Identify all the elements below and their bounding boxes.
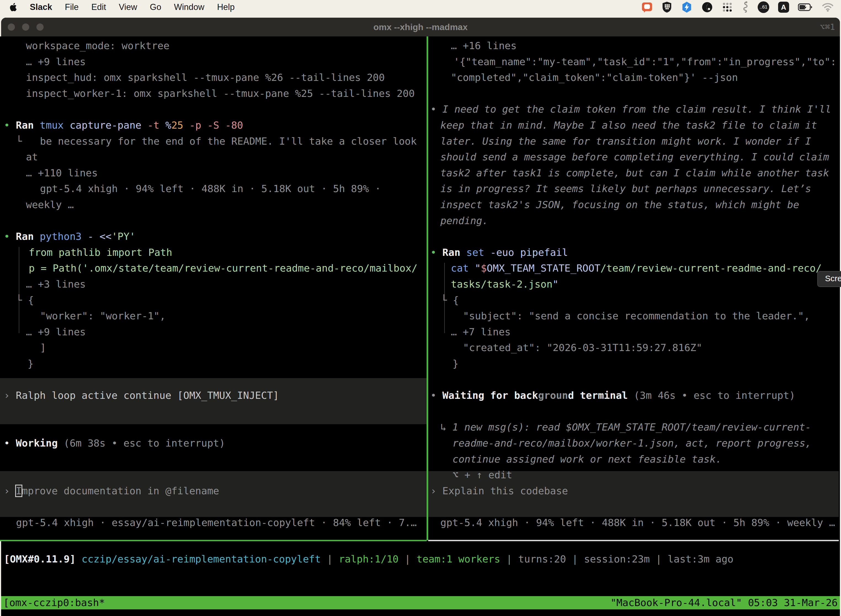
omx-status-segment: | xyxy=(399,553,417,565)
pane-border-bottom-right xyxy=(428,540,839,541)
terminal-row: pending. xyxy=(440,214,488,227)
terminal-row: … +3 lines xyxy=(26,278,86,291)
wifi-icon[interactable] xyxy=(822,2,834,12)
countdown-badge-icon[interactable]: ..61 xyxy=(757,1,769,13)
terminal-row: ↳ 1 new msg(s): read $OMX_TEAM_STATE_ROO… xyxy=(440,421,811,434)
ralph-loop-status: › Ralph loop active continue [OMX_TMUX_I… xyxy=(4,389,279,402)
terminal-row: readme-and-reco/mailbox/worker-1.json, a… xyxy=(453,437,811,450)
terminal-row: inspect task2's JSON, focusing on the st… xyxy=(440,198,799,211)
terminal-row: at xyxy=(26,150,38,164)
window-title: omx --xhigh --madmax xyxy=(1,18,840,37)
text-cursor: I xyxy=(16,485,22,497)
waiting-status: • Waiting for background terminal (3m 46… xyxy=(431,389,795,402)
menu-item-window[interactable]: Window xyxy=(174,2,204,12)
apple-menu-icon[interactable] xyxy=(9,3,17,12)
pane-border-bottom-left xyxy=(0,540,426,541)
terminal-row: • Ran tmux capture-pane -t %25 -p -S -80 xyxy=(4,119,243,132)
omx-status-segment: ralph:1/10 xyxy=(339,553,399,565)
terminal-row: from pathlib import Path xyxy=(29,246,172,259)
working-status: • Working (6m 38s • esc to interrupt) xyxy=(4,437,225,450)
terminal-row: └ be necessary for the end of the README… xyxy=(16,135,417,148)
terminal-row: '{"team_name":"my-team","task_id":"1","f… xyxy=(454,55,836,69)
terminal-row: continue assigned work or next feasible … xyxy=(453,453,722,466)
window-shortcut-badge: ⌥⌘1 xyxy=(820,18,835,37)
omx-status-segment: team:1 workers xyxy=(417,553,500,565)
squiggle-icon[interactable] xyxy=(742,1,749,13)
terminal-row: ] xyxy=(40,341,46,354)
crescent-app-icon[interactable] xyxy=(701,1,713,13)
window-title-bar[interactable]: omx --xhigh --madmax ⌥⌘1 xyxy=(1,18,840,37)
menu-item-file[interactable]: File xyxy=(65,2,79,12)
terminal-row: • Ran python3 - <<'PY' xyxy=(4,230,135,243)
indent-guide xyxy=(19,247,19,333)
screen: Slack File Edit View Go Window Help xyxy=(0,0,841,616)
tooltip: Scre xyxy=(817,271,841,287)
terminal-row: } xyxy=(453,357,459,370)
omx-status-segment: | turns:20 | session:23m | last:3m ago xyxy=(500,553,733,565)
menu-item-edit[interactable]: Edit xyxy=(91,2,106,12)
terminal-row: later. Using the same for transition mig… xyxy=(440,135,811,148)
terminal-row: should send a message before completing … xyxy=(440,150,829,164)
terminal-row: "created_at": "2026-03-31T11:59:27.816Z" xyxy=(463,341,702,354)
omx-status-segment: cczip/essay/ai-reimplementation-copyleft xyxy=(82,553,321,565)
terminal-row: gpt-5.4 xhigh · 94% left · 488K in · 5.1… xyxy=(440,516,835,529)
terminal-row: keep that in mind. Maybe I also need the… xyxy=(440,119,817,132)
input-source-icon[interactable]: A xyxy=(778,1,789,13)
terminal-row: ⌥ + ↑ edit xyxy=(453,468,512,482)
terminal-row: weekly … xyxy=(26,198,74,211)
tmux-pane-right: … +16 lines'{"team_name":"my-team","task… xyxy=(428,37,839,540)
terminal-row: … +110 lines xyxy=(26,166,98,180)
terminal-row: … +7 lines xyxy=(451,326,511,339)
terminal-row: inspect_worker-1: omx sparkshell --tmux-… xyxy=(26,87,415,100)
terminal-row: gpt-5.4 xhigh · 94% left · 488K in · 5.1… xyxy=(40,182,381,195)
screen-recording-icon[interactable] xyxy=(641,1,653,13)
terminal-row: "subject": "send a concise recommendatio… xyxy=(463,309,810,323)
tmux-status-bar: [omx-cczip0:bash* "MacBook-Pro-44.local"… xyxy=(1,596,840,609)
terminal-row: • I need to get the claim token from the… xyxy=(431,103,831,116)
menu-item-view[interactable]: View xyxy=(119,2,137,12)
terminal-row: } xyxy=(28,357,34,370)
terminal-row: cat "$OMX_TEAM_STATE_ROOT/team/review-cu… xyxy=(451,262,822,275)
terminal-row: task2 after task1 is complete, but can I… xyxy=(440,166,829,180)
terminal-row: gpt-5.4 xhigh · essay/ai-reimplementatio… xyxy=(16,516,417,529)
active-app-name[interactable]: Slack xyxy=(30,2,52,12)
terminal-row: "completed","claim_token":"claim-token"}… xyxy=(451,71,738,84)
pane-divider[interactable] xyxy=(426,37,428,540)
terminal-row: … +9 lines xyxy=(26,55,86,69)
battery-icon[interactable] xyxy=(798,2,813,12)
menu-item-go[interactable]: Go xyxy=(150,2,161,12)
terminal-row: … +9 lines xyxy=(26,326,86,339)
prompt-input-right[interactable]: › Explain this codebase xyxy=(431,484,568,497)
tmux-pane-left: workspace_mode: worktree… +9 linesinspec… xyxy=(0,37,426,540)
omx-status-segment: | xyxy=(321,553,339,565)
tmux-host-clock: "MacBook-Pro-44.local" 05:03 31-Mar-26 xyxy=(610,596,840,609)
menu-bar: Slack File Edit View Go Window Help xyxy=(0,0,841,14)
terminal-row: workspace_mode: worktree xyxy=(26,39,169,53)
terminal-row: └ { xyxy=(441,294,459,307)
terminal-row: inspect_hud: omx sparkshell --tmux-pane … xyxy=(26,71,385,84)
omx-status-line: [OMX#0.11.9] cczip/essay/ai-reimplementa… xyxy=(4,553,733,566)
terminal-row: is in progress? It seems likely but perh… xyxy=(440,182,811,195)
terminal-row: └ { xyxy=(16,294,34,307)
terminal-row: "worker": "worker-1", xyxy=(40,309,166,323)
omx-status-segment: [OMX#0.11.9] xyxy=(4,553,82,565)
terminal-row: • Ran set -euo pipefail xyxy=(431,246,568,259)
shield-grid-icon[interactable] xyxy=(662,1,672,13)
menu-item-help[interactable]: Help xyxy=(217,2,235,12)
dots-grid-icon[interactable] xyxy=(722,1,733,13)
terminal-row: p = Path('.omx/state/team/review-current… xyxy=(29,262,418,275)
tmux-session-label: [omx-cczip0:bash* xyxy=(1,596,105,609)
terminal-row: tasks/task-2.json" xyxy=(451,278,558,291)
prompt-input-left[interactable]: › Improve documentation in @filename xyxy=(4,484,219,497)
lightning-badge-icon[interactable] xyxy=(681,1,693,13)
terminal-row: … +16 lines xyxy=(451,39,517,53)
